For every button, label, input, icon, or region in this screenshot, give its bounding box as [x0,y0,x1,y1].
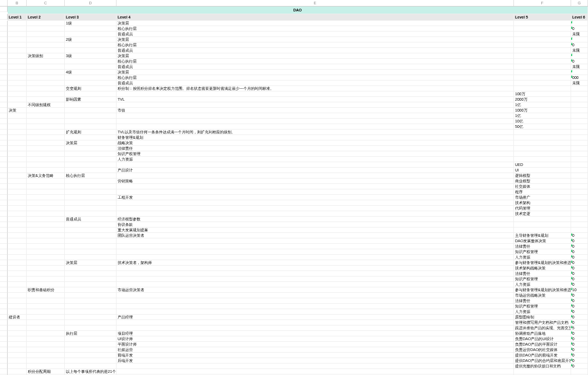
cell-g[interactable]: 0 [571,260,588,266]
cell-e[interactable] [117,184,514,189]
row-number[interactable] [0,298,8,304]
cell-d[interactable] [65,293,117,298]
cell-c[interactable] [27,217,65,222]
cell-c[interactable] [27,304,65,309]
cell-g[interactable] [571,200,588,206]
cell-f[interactable]: 法律责任 [514,271,571,276]
cell-e[interactable]: 财务管理&规划 [117,135,514,140]
cell-c[interactable] [27,298,65,304]
cell-f[interactable] [514,130,571,135]
cell-e[interactable]: 普通成员 [117,48,514,53]
cell-f[interactable] [514,146,571,151]
cell-e[interactable] [117,255,514,260]
cell-d[interactable] [65,146,117,151]
cell-e[interactable]: 项目经理 [117,331,514,336]
cell-d[interactable] [65,189,117,195]
row-number[interactable] [0,304,8,309]
cell-d[interactable] [65,315,117,320]
cell-e[interactable] [117,206,514,211]
cell-b[interactable] [8,206,27,211]
cell-g[interactable]: 未限 [571,32,588,37]
row-number[interactable] [0,184,8,189]
cell-e[interactable]: 团队运营决策者 [117,233,514,238]
cell-d[interactable]: 核心执行层 [65,173,117,179]
cell-f[interactable]: 参与财务管理&规划的决策和推进 [514,260,571,266]
cell-d[interactable] [65,287,117,293]
cell-c[interactable] [27,331,65,336]
cell-c[interactable]: 决策&义务范畴 [27,173,65,179]
cell-d[interactable] [65,26,117,32]
cell-d[interactable] [65,276,117,282]
cell-f[interactable]: 商业模型 [514,179,571,184]
cell-e[interactable]: 重大发展规划提案 [117,228,514,233]
cell-d[interactable]: 以上每个事项所代表的是21个工作日内待续服务所应得的总积分，是相细节的工作标 [65,369,117,374]
cell-e[interactable]: 普通成员 [117,32,514,37]
cell-d[interactable] [65,244,117,249]
row-number[interactable] [0,113,8,119]
cell-f[interactable]: 人力资源 [514,255,571,260]
cell-b[interactable] [8,75,27,81]
cell-g[interactable]: 5 [571,325,588,331]
cell-g[interactable]: 0 [571,315,588,320]
cell-c[interactable] [27,119,65,124]
cell-d[interactable] [65,81,117,86]
cell-f[interactable]: 跟进并推动产品的实现、完善交互体验 [514,325,571,331]
cell-c[interactable] [27,162,65,168]
cell-b[interactable] [8,48,27,53]
cell-d[interactable] [65,325,117,331]
cell-c[interactable]: 不同级别规模 [27,102,65,108]
cell-e[interactable] [117,238,514,244]
cell-c[interactable] [27,315,65,320]
cell-d[interactable] [65,195,117,200]
cell-d[interactable] [65,157,117,162]
cell-g[interactable] [571,228,588,233]
cell-d[interactable]: 4级 [65,70,117,75]
cell-c[interactable] [27,135,65,140]
cell-g[interactable] [571,217,588,222]
cell-c[interactable] [27,228,65,233]
cell-g[interactable]: 0 [571,336,588,342]
cell-b[interactable] [8,287,27,293]
cell-g[interactable] [571,86,588,91]
cell-e[interactable]: 前端开发 [117,353,514,358]
cell-g[interactable]: 0 [571,244,588,249]
row-number[interactable] [0,342,8,347]
cell-d[interactable] [65,64,117,70]
cell-e[interactable]: 技术决策者，架构师 [117,260,514,266]
cell-f[interactable]: 50亿 [514,124,571,130]
cell-e[interactable]: 后端开发 [117,358,514,364]
cell-g[interactable]: 0 [571,266,588,271]
cell-f[interactable]: 原型图绘制 [514,315,571,320]
cell-c[interactable] [27,151,65,157]
cell-g[interactable] [571,113,588,119]
cell-g[interactable]: 0 [571,26,588,32]
cell-g[interactable] [571,135,588,140]
cell-f[interactable] [514,64,571,70]
cell-c[interactable] [27,179,65,184]
cell-f[interactable] [514,70,571,75]
cell-g[interactable] [571,21,588,26]
row-number[interactable] [0,347,8,353]
cell-d[interactable]: 执行层 [65,331,117,336]
cell-f[interactable]: 技术架构 [514,200,571,206]
row-number[interactable] [0,315,8,320]
row-number[interactable] [0,14,8,20]
cell-g[interactable] [571,157,588,162]
cell-c[interactable] [27,195,65,200]
cell-c[interactable] [27,276,65,282]
cell-b[interactable] [8,162,27,168]
cell-b[interactable] [8,276,27,282]
cell-c[interactable] [27,249,65,255]
cell-d[interactable] [65,266,117,271]
cell-f[interactable]: 负责DAO产品的平面设计 [514,342,571,347]
cell-b[interactable] [8,238,27,244]
cell-d[interactable] [65,32,117,37]
cell-b[interactable] [8,179,27,184]
cell-b[interactable] [8,53,27,59]
cell-d[interactable] [65,151,117,157]
cell-c[interactable] [27,244,65,249]
cell-f[interactable]: 1亿 [514,113,571,119]
cell-c[interactable] [27,260,65,266]
cell-e[interactable] [117,309,514,315]
cell-f[interactable] [514,86,571,91]
